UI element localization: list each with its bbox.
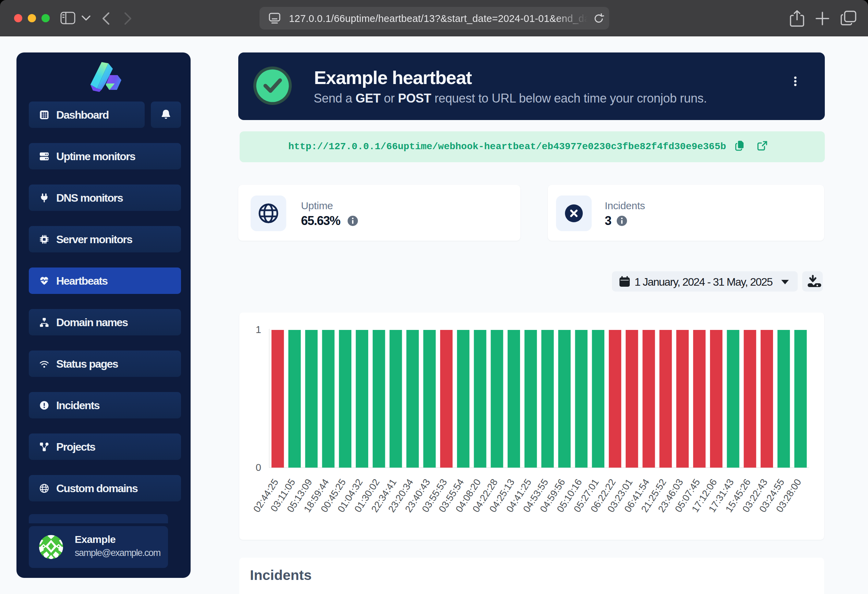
svg-text:0: 0 xyxy=(256,462,261,473)
svg-text:1: 1 xyxy=(256,324,261,335)
